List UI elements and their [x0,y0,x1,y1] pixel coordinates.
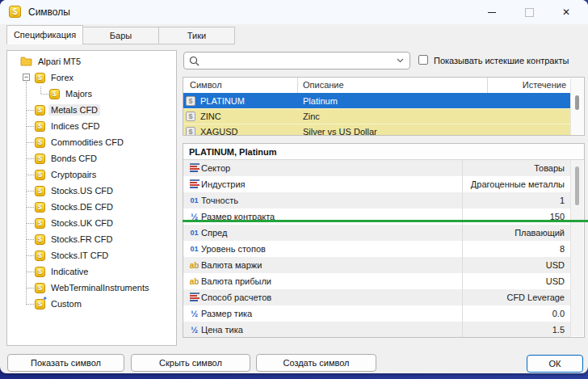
sidebar-item-indices-cfd[interactable]: $Indices CFD [7,118,176,134]
column-symbol[interactable]: Символ [183,78,298,93]
tab-спецификация[interactable]: Спецификация [6,25,83,44]
spec-row-3[interactable]: 01Точность1 [183,192,571,208]
sidebar-item-majors[interactable]: $Majors [7,86,176,102]
tree-connector-stub [27,110,34,111]
spec-row-8[interactable]: abВалюта прибылиUSD [183,273,571,289]
show-symbol-button[interactable]: Показать символ [7,354,124,372]
create-symbol-button[interactable]: Создать символ [256,354,376,372]
sidebar-item-stocks-us-cfd[interactable]: $Stocks.US CFD [7,183,176,199]
tree-item-label: Metals CFD [48,104,100,116]
tree-item-label: Custom [48,298,84,310]
sidebar-item-stocks-fr-cfd[interactable]: $Stocks.FR CFD [7,231,176,247]
spec-property-label: Сектор [201,163,230,173]
spec-property-value: Драгоценные металлы [463,179,571,189]
tree-item-label: Forex [48,72,76,83]
spec-property-name: abВалюта маржи [183,257,463,273]
tree-item-label: Stocks.UK CFD [48,217,116,229]
spec-row-5[interactable]: 01СпредПлавающий [183,225,571,241]
tree-item-label: Indicative [48,266,90,277]
sidebar-item-metals-cfd[interactable]: $Metals CFD [7,102,176,118]
sidebar-item-cryptopairs[interactable]: $Cryptopairs [7,166,176,183]
maximize-button[interactable] [510,0,548,24]
spec-row-4[interactable]: ½Размер контракта150 [183,208,571,225]
dollar-group-icon: $ [35,73,45,83]
close-icon: ✕ [562,7,570,17]
spec-row-1[interactable]: СекторТовары [183,160,571,176]
tree-item-label: Commodities CFD [48,137,126,148]
specification-scrollbar-thumb[interactable] [575,166,579,205]
dollar-icon: $ [35,154,45,164]
spec-property-name: Способ расчетов [183,289,463,305]
spec-property-name: 01Спред [183,225,463,241]
dollar-icon: $ [35,234,45,245]
tree-connector-stub [27,191,34,192]
expired-contracts-checkbox[interactable] [418,55,428,65]
sidebar-item-webterminalinstruments[interactable]: $WebTerminalInstruments [7,280,176,296]
sidebar-item-commodities-cfd[interactable]: $Commodities CFD [7,134,176,150]
hide-symbol-button[interactable]: Скрыть символ [131,354,250,372]
symbols-scrollbar-thumb[interactable] [575,95,579,110]
spec-property-label: Точность [201,196,238,205]
sidebar-item-bonds-cfd[interactable]: $Bonds CFD [7,150,176,166]
spec-property-name: abВалюта прибыли [183,273,463,289]
spec-property-label: Валюта прибыли [201,276,271,286]
tree-item-label: Stocks.DE CFD [48,201,116,213]
dollar-custom-icon: $✦ [35,299,45,310]
spec-row-9[interactable]: Способ расчетовCFD Leverage [183,289,571,305]
tree-item-label: Alpari MT5 [36,56,83,67]
sidebar-item-indicative[interactable]: $Indicative [7,263,176,280]
column-description[interactable]: Описание [298,78,488,93]
tree-connector-stub [27,223,34,224]
tree-item-label: Cryptopairs [48,169,99,180]
tab-тики[interactable]: Тики [158,27,235,44]
table-row[interactable]: $ZINCZinc [183,108,571,124]
symbols-table: Символ Описание Истечение $PLATINUMPlati… [183,77,585,136]
spec-row-6[interactable]: 01Уровень стопов8 [183,241,571,257]
sidebar-item-stocks-it-cfd[interactable]: $Stocks.IT CFD [7,247,176,263]
symbols-scrollbar[interactable] [570,78,583,134]
symbol-description: Platinum [298,96,488,106]
symbol-name: PLATINUM [200,96,245,106]
spec-property-label: Валюта маржи [201,260,262,270]
window-title: Символы [28,6,70,18]
custom-plus-badge: ✦ [42,296,48,302]
tab-бары[interactable]: Бары [82,27,159,44]
symbols-rows: $PLATINUMPlatinum$ZINCZinc$XAGUSDSilver … [183,93,584,136]
table-row[interactable]: $XAGUSDSilver vs US Dollar [183,124,571,136]
symbol-description: Silver vs US Dollar [298,127,488,137]
spec-property-name: ½Размер контракта [183,208,463,225]
fraction-icon: ½ [187,309,201,318]
spec-property-value: 1.5 [463,325,571,335]
enum-icon [187,179,201,189]
sidebar-item-custom[interactable]: $✦Custom [7,296,176,312]
minimize-button[interactable] [473,0,510,24]
close-button[interactable]: ✕ [548,0,585,24]
spec-row-10[interactable]: ½Размер тика0.0 [183,305,571,322]
spec-property-label: Цена тика [201,325,243,335]
titlebar: $ Символы ✕ [0,0,588,24]
sidebar-item-alpari-mt5[interactable]: Alpari MT5 [7,53,176,69]
spec-row-2[interactable]: ИндустрияДрагоценные металлы [183,176,571,192]
symbol-search[interactable] [183,52,410,69]
spec-property-name: 01Точность [183,192,463,208]
search-icon [189,56,200,66]
dollar-gray-icon: $ [186,112,195,121]
spec-row-7[interactable]: abВалюта маржиUSD [183,257,571,273]
column-expiration[interactable]: Истечение [488,78,571,93]
ab-icon: ab [187,261,201,270]
symbol-cell: $PLATINUM [183,93,298,108]
dollar-icon: $ [35,283,45,293]
sidebar-item-forex[interactable]: $Forex [7,69,176,86]
ok-button[interactable]: ОК [527,355,583,373]
specification-rows: СекторТоварыИндустрияДрагоценные металлы… [183,160,584,338]
search-input[interactable] [204,53,393,69]
spec-row-11[interactable]: ½Цена тика1.5 [183,322,571,338]
table-row[interactable]: $PLATINUMPlatinum [183,93,571,108]
sidebar-item-stocks-uk-cfd[interactable]: $Stocks.UK CFD [7,215,176,231]
sidebar-item-stocks-de-cfd[interactable]: $Stocks.DE CFD [7,199,176,215]
collapse-expander-icon[interactable]: − [23,74,30,81]
spec-property-label: Размер тика [201,309,252,318]
specification-scrollbar[interactable] [570,160,583,336]
symbol-name: XAGUSD [200,127,237,137]
dollar-group-icon: $ [35,202,45,213]
